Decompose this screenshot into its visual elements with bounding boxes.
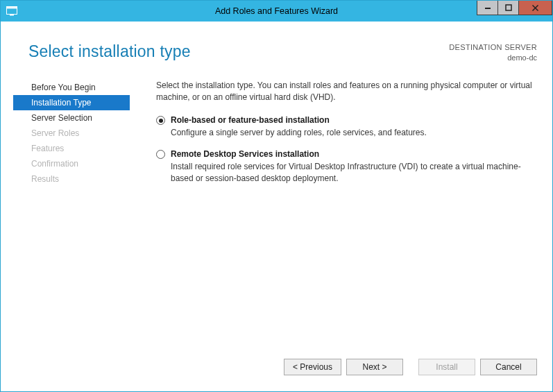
option-text: Role-based or feature-based installation… [171, 114, 427, 139]
minimize-button[interactable] [477, 1, 498, 15]
window-controls [477, 1, 552, 22]
svg-rect-3 [485, 8, 491, 9]
main-area: Before You Begin Installation Type Serve… [13, 77, 540, 350]
radio-role-based[interactable] [156, 116, 165, 125]
intro-text: Select the installation type. You can in… [156, 80, 540, 104]
destination-info: DESTINATION SERVER demo-dc [449, 42, 537, 63]
header-row: Select installation type DESTINATION SER… [28, 42, 537, 63]
wizard-body: Select installation type DESTINATION SER… [1, 22, 552, 391]
nav-results: Results [13, 171, 130, 187]
destination-label: DESTINATION SERVER [449, 42, 537, 53]
previous-button[interactable]: < Previous [284, 359, 341, 375]
app-icon [5, 4, 19, 18]
option-title: Remote Desktop Services installation [171, 148, 540, 160]
option-desc: Configure a single server by adding role… [171, 127, 427, 139]
option-remote-desktop[interactable]: Remote Desktop Services installation Ins… [156, 148, 540, 185]
window-title: Add Roles and Features Wizard [1, 6, 552, 16]
nav-server-roles: Server Roles [13, 126, 130, 141]
svg-rect-1 [7, 7, 17, 9]
nav-server-selection[interactable]: Server Selection [13, 110, 130, 126]
nav-features: Features [13, 141, 130, 156]
destination-value: demo-dc [449, 53, 537, 63]
nav-before-you-begin[interactable]: Before You Begin [13, 80, 130, 95]
option-desc: Install required role services for Virtu… [171, 161, 540, 185]
option-role-based[interactable]: Role-based or feature-based installation… [156, 114, 540, 139]
cancel-button[interactable]: Cancel [480, 359, 537, 375]
page-title: Select installation type [28, 42, 191, 61]
install-button: Install [418, 359, 475, 375]
nav-installation-type[interactable]: Installation Type [13, 95, 130, 110]
close-button[interactable] [518, 1, 552, 15]
maximize-button[interactable] [497, 1, 519, 15]
radio-remote-desktop[interactable] [156, 150, 165, 159]
wizard-window: Add Roles and Features Wizard Select ins… [0, 0, 553, 392]
option-text: Remote Desktop Services installation Ins… [171, 148, 540, 185]
footer-buttons: < Previous Next > Install Cancel [13, 350, 540, 383]
svg-rect-2 [10, 15, 14, 16]
content-pane: Select the installation type. You can in… [130, 77, 540, 350]
next-button[interactable]: Next > [346, 359, 403, 375]
wizard-nav: Before You Begin Installation Type Serve… [13, 77, 130, 350]
option-title: Role-based or feature-based installation [171, 114, 427, 126]
titlebar: Add Roles and Features Wizard [1, 1, 552, 22]
nav-confirmation: Confirmation [13, 156, 130, 171]
svg-rect-4 [506, 5, 511, 10]
